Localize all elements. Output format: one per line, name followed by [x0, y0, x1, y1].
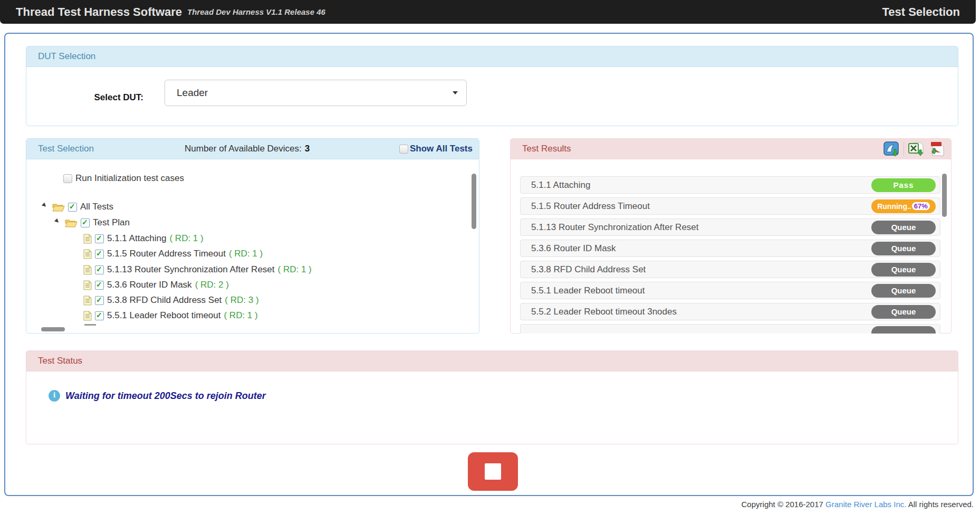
test-selection-body: Run Initialization test cases All Tests [26, 159, 479, 334]
app-header: Thread Test Harness Software Thread Dev … [0, 0, 976, 24]
available-devices-label: Number of Available Devices: 3 [185, 139, 310, 159]
tree-test-rd: ( RD: 1 ) [169, 233, 203, 244]
status-badge-queue: Queue [871, 305, 936, 319]
result-row[interactable]: 5.3.6 Router ID Mask Queue [520, 240, 940, 257]
pdf-export-icon[interactable] [928, 141, 946, 157]
result-label: 5.1.5 Router Address Timeout [531, 201, 650, 212]
excel-export-icon[interactable] [908, 141, 924, 157]
result-label: 5.5.2 Leader Reboot timeout 3nodes [531, 307, 677, 317]
document-icon [83, 280, 92, 290]
status-badge-queue: Queue [871, 221, 936, 234]
test-status-title: Test Status [38, 356, 82, 366]
test-results-body: 5.1.1 Attaching Pass 5.1.5 Router Addres… [511, 159, 951, 334]
main-container: DUT Selection Select DUT: Leader Test Se… [4, 33, 974, 496]
tree-label-all-tests: All Tests [80, 202, 113, 212]
show-all-tests-checkbox[interactable] [399, 145, 408, 154]
result-row[interactable]: 5.5.2 Leader Reboot timeout 3nodes Queue [520, 303, 940, 320]
tree-test-rd: ( RD: 1 ) [278, 264, 312, 275]
clipped-result-row [520, 324, 940, 334]
show-all-tests-toggle[interactable]: Show All Tests [399, 139, 473, 159]
tree-checkbox[interactable] [95, 250, 104, 259]
status-badge-queue: Queue [871, 263, 936, 277]
status-message: Waiting for timeout 200Secs to rejoin Ro… [65, 391, 266, 402]
folder-icon [52, 202, 65, 212]
test-selection-panel: Test Selection Number of Available Devic… [26, 138, 479, 334]
progress-percent: 67% [912, 202, 930, 210]
dut-selection-panel: DUT Selection Select DUT: Leader [26, 46, 958, 126]
vertical-scrollbar[interactable] [942, 174, 947, 217]
current-page-title: Test Selection [882, 5, 960, 19]
tree-checkbox[interactable] [95, 296, 104, 305]
run-init-checkbox[interactable] [63, 174, 72, 183]
tree-leaf-test[interactable]: 5.1.1 Attaching ( RD: 1 ) [83, 233, 204, 244]
test-status-header: Test Status [26, 351, 958, 372]
status-badge-queue: Queue [871, 284, 936, 298]
tree-checkbox[interactable] [95, 234, 104, 243]
run-init-row[interactable]: Run Initialization test cases [63, 173, 184, 184]
granite-river-labs-link[interactable]: Granite River Labs Inc. [825, 500, 906, 509]
result-row[interactable]: 5.3.8 RFD Child Address Set Queue [520, 261, 940, 278]
show-all-tests-label: Show All Tests [410, 144, 473, 154]
result-row[interactable]: 5.1.13 Router Synchronization After Rese… [520, 218, 940, 236]
test-status-body: Waiting for timeout 200Secs to rejoin Ro… [26, 372, 958, 444]
tree-leaf-test[interactable]: 5.3.6 Router ID Mask ( RD: 2 ) [83, 280, 229, 290]
tree-node-test-plan[interactable]: Test Plan [55, 217, 130, 228]
wireshark-export-icon[interactable] [883, 141, 900, 157]
tree-test-label: 5.1.5 Router Address Timeout [107, 249, 226, 259]
tree-test-rd: ( RD: 2 ) [195, 280, 229, 290]
tree-checkbox[interactable] [95, 265, 104, 274]
dut-select-dropdown[interactable]: Leader [165, 80, 467, 106]
tree-test-label: 5.1.1 Attaching [107, 233, 166, 244]
dut-selection-header: DUT Selection [26, 46, 958, 67]
run-init-label: Run Initialization test cases [75, 173, 184, 184]
result-row[interactable]: 5.1.5 Router Address Timeout Running.. 6… [520, 197, 940, 215]
tree-leaf-test[interactable]: 5.5.1 Leader Reboot timeout ( RD: 1 ) [83, 310, 258, 321]
tree-test-label: 5.1.13 Router Synchronization After Rese… [107, 264, 275, 275]
available-devices-count: 3 [305, 144, 310, 154]
app-title: Thread Test Harness Software [16, 5, 182, 19]
status-badge-running: Running.. 67% [871, 199, 936, 213]
result-row[interactable]: 5.1.1 Attaching Pass [520, 176, 940, 194]
tree-test-label: 5.5.1 Leader Reboot timeout [107, 310, 220, 321]
horizontal-scrollbar[interactable] [41, 327, 65, 331]
document-icon [83, 311, 92, 321]
tree-leaf-test[interactable]: 5.3.8 RFD Child Address Set ( RD: 3 ) [83, 295, 259, 306]
stop-icon [485, 463, 501, 480]
tree-node-all-tests[interactable]: All Tests [43, 202, 113, 212]
stop-button[interactable] [468, 452, 518, 491]
result-label: 5.1.1 Attaching [531, 180, 590, 191]
result-label: 5.5.1 Leader Reboot timeout [531, 285, 645, 296]
vertical-scrollbar[interactable] [472, 174, 476, 229]
copyright-suffix: All rights reserved. [908, 500, 974, 509]
test-results-header: Test Results [511, 139, 951, 159]
result-row[interactable]: 5.5.1 Leader Reboot timeout Queue [520, 282, 940, 299]
status-badge-pass: Pass [871, 178, 936, 192]
tree-test-rd: ( RD: 1 ) [229, 249, 263, 259]
footer-copyright: Copyright © 2016-2017 Granite River Labs… [742, 500, 974, 509]
tree-test-rd: ( RD: 1 ) [224, 310, 257, 321]
tree-checkbox-all-tests[interactable] [68, 203, 77, 212]
info-icon [49, 390, 60, 402]
dut-selection-body: Select DUT: Leader [26, 67, 958, 126]
document-icon [83, 249, 92, 259]
tree-test-rd: ( RD: 3 ) [225, 295, 258, 306]
dut-selected-value: Leader [177, 87, 208, 99]
tree-leaf-test[interactable]: 5.1.13 Router Synchronization After Rese… [83, 264, 312, 275]
export-toolbar [883, 141, 946, 157]
document-icon [83, 296, 92, 306]
tree-checkbox-test-plan[interactable] [81, 218, 90, 227]
tree-checkbox[interactable] [95, 311, 104, 320]
tree-checkbox[interactable] [95, 281, 104, 290]
status-message-row: Waiting for timeout 200Secs to rejoin Ro… [49, 390, 266, 402]
test-results-title: Test Results [522, 144, 571, 154]
tree-expand-icon[interactable] [43, 204, 49, 210]
status-badge-queue: Queue [871, 242, 936, 255]
tree-test-label: 5.3.6 Router ID Mask [107, 280, 192, 290]
result-label: 5.3.8 RFD Child Address Set [531, 264, 646, 275]
select-dut-label: Select DUT: [58, 92, 143, 103]
tree-leaf-test[interactable]: 5.1.5 Router Address Timeout ( RD: 1 ) [83, 249, 263, 259]
tree-expand-icon[interactable] [55, 220, 62, 226]
result-label: 5.3.6 Router ID Mask [531, 243, 616, 254]
folder-icon [65, 218, 78, 228]
test-selection-title: Test Selection [38, 144, 94, 154]
